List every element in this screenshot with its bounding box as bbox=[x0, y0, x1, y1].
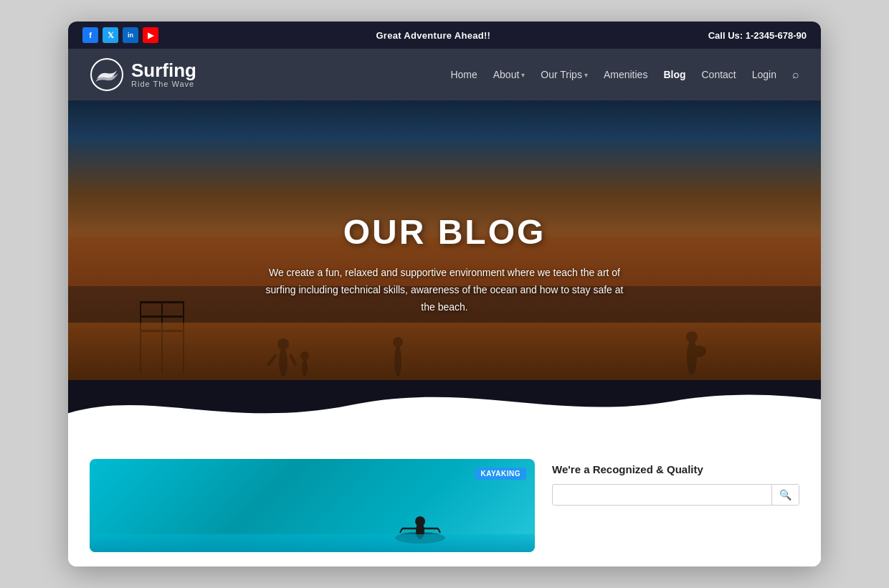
nav-menu: Home About ▾ Our Trips ▾ Amenities Blog … bbox=[450, 68, 799, 81]
blog-card: KAYAKING bbox=[90, 459, 535, 552]
search-icon[interactable]: ⌕ bbox=[792, 68, 799, 80]
nav-trips[interactable]: Our Trips ▾ bbox=[541, 69, 588, 80]
social-icons: f 𝕏 in ▶ bbox=[82, 27, 158, 43]
hero-description: We create a fun, relaxed and supportive … bbox=[258, 265, 631, 316]
svg-rect-5 bbox=[140, 316, 184, 318]
hero-content: OUR BLOG We create a fun, relaxed and su… bbox=[143, 212, 746, 316]
chevron-down-icon: ▾ bbox=[521, 71, 525, 79]
sidebar-search-input[interactable] bbox=[553, 485, 771, 505]
chevron-down-icon: ▾ bbox=[584, 71, 588, 79]
nav-about[interactable]: About ▾ bbox=[493, 69, 526, 80]
logo-icon bbox=[90, 57, 124, 92]
logo-name: Surfing bbox=[131, 61, 196, 80]
nav-contact[interactable]: Contact bbox=[701, 68, 736, 81]
twitter-icon[interactable]: 𝕏 bbox=[103, 27, 118, 43]
nav-search[interactable]: ⌕ bbox=[792, 68, 799, 81]
water-ripples bbox=[90, 534, 535, 552]
blog-card-image bbox=[90, 459, 535, 552]
nav-blog[interactable]: Blog bbox=[663, 68, 685, 81]
sidebar: We're a Recognized & Quality 🔍 bbox=[552, 459, 799, 552]
nav-home[interactable]: Home bbox=[450, 68, 477, 81]
svg-line-23 bbox=[438, 528, 440, 533]
phone-number: Call Us: 1-2345-678-90 bbox=[708, 30, 807, 41]
sidebar-search-button[interactable]: 🔍 bbox=[771, 485, 799, 505]
logo-text: Surfing Ride The Wave bbox=[131, 61, 196, 88]
sidebar-title: We're a Recognized & Quality bbox=[552, 462, 799, 477]
browser-window: f 𝕏 in ▶ Great Adventure Ahead!! Call Us… bbox=[68, 22, 821, 566]
youtube-icon[interactable]: ▶ bbox=[143, 27, 158, 43]
tagline: Great Adventure Ahead!! bbox=[376, 30, 490, 41]
svg-point-20 bbox=[415, 516, 425, 526]
linkedin-icon[interactable]: in bbox=[123, 27, 138, 43]
facebook-icon[interactable]: f bbox=[82, 27, 98, 43]
hero-section: OUR BLOG We create a fun, relaxed and su… bbox=[68, 100, 821, 437]
nav-amenities[interactable]: Amenities bbox=[604, 68, 647, 81]
hero-water bbox=[68, 323, 821, 380]
navbar: Surfing Ride The Wave Home About ▾ Our T… bbox=[68, 49, 821, 100]
wave-divider bbox=[68, 373, 821, 437]
nav-login[interactable]: Login bbox=[752, 68, 776, 81]
hero-title: OUR BLOG bbox=[143, 212, 746, 252]
svg-line-22 bbox=[400, 528, 402, 533]
blog-badge: KAYAKING bbox=[475, 468, 527, 480]
logo-tagline: Ride The Wave bbox=[131, 80, 196, 88]
logo[interactable]: Surfing Ride The Wave bbox=[90, 57, 196, 92]
content-section: KAYAKING We're a Recognized & Quality 🔍 bbox=[68, 437, 821, 566]
sidebar-search-box[interactable]: 🔍 bbox=[552, 484, 799, 506]
top-bar: f 𝕏 in ▶ Great Adventure Ahead!! Call Us… bbox=[68, 22, 821, 49]
